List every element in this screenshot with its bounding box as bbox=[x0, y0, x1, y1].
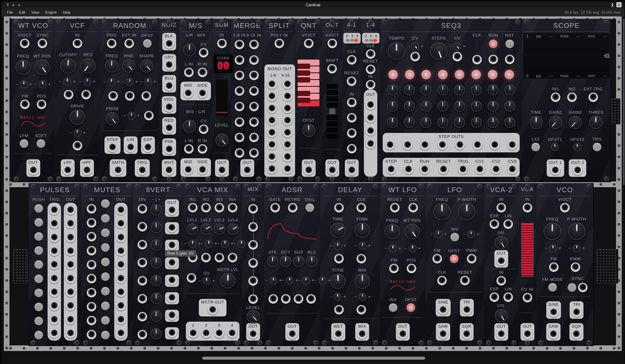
trim-knob[interactable] bbox=[108, 78, 115, 86]
step-button[interactable] bbox=[488, 70, 497, 79]
cv-jack[interactable] bbox=[410, 52, 420, 61]
freq-knob[interactable] bbox=[385, 224, 400, 239]
push-button[interactable] bbox=[34, 289, 43, 297]
out-jack[interactable] bbox=[366, 126, 375, 136]
lvl2-knob[interactable] bbox=[200, 224, 212, 235]
shape-knob[interactable] bbox=[140, 59, 153, 72]
in-jack[interactable] bbox=[217, 39, 227, 48]
jack[interactable] bbox=[138, 276, 147, 285]
jack[interactable] bbox=[138, 258, 147, 267]
x-jack[interactable] bbox=[73, 141, 82, 150]
out-jack[interactable] bbox=[29, 166, 38, 175]
x-jack[interactable] bbox=[64, 90, 73, 99]
mono-out-jack[interactable] bbox=[267, 152, 277, 162]
x-knob[interactable] bbox=[247, 310, 260, 323]
in2-jack[interactable] bbox=[567, 92, 577, 102]
fm-mode-button[interactable] bbox=[548, 283, 557, 292]
exp-jack[interactable] bbox=[490, 292, 499, 302]
lpf-jack[interactable] bbox=[63, 166, 72, 175]
output-jack[interactable] bbox=[458, 165, 468, 174]
out-jack[interactable] bbox=[366, 100, 375, 110]
trim-knob[interactable] bbox=[573, 143, 581, 151]
jack[interactable] bbox=[116, 260, 126, 270]
gain-knob[interactable] bbox=[151, 310, 162, 322]
trim-knob[interactable] bbox=[334, 293, 342, 301]
ofst-button[interactable] bbox=[406, 303, 415, 312]
step-knob[interactable] bbox=[438, 117, 448, 128]
x-jack[interactable] bbox=[187, 273, 196, 283]
in-jack[interactable] bbox=[497, 276, 506, 285]
vertical-scrollbar[interactable] bbox=[623, 19, 625, 185]
output-jack[interactable] bbox=[475, 165, 485, 174]
x-jack[interactable] bbox=[334, 254, 344, 263]
fm-jack[interactable] bbox=[20, 100, 30, 109]
gain-knob[interactable] bbox=[151, 257, 162, 268]
out-jack[interactable] bbox=[287, 329, 297, 339]
freq-knob[interactable] bbox=[16, 60, 31, 75]
jack[interactable] bbox=[66, 260, 75, 270]
jack[interactable] bbox=[116, 315, 126, 324]
menu-edit[interactable]: Edit bbox=[16, 10, 28, 15]
gain-knob[interactable] bbox=[151, 293, 162, 304]
trim-knob[interactable] bbox=[144, 78, 152, 86]
wht-jack[interactable] bbox=[164, 166, 174, 175]
trig-button[interactable] bbox=[306, 203, 314, 212]
x-jack[interactable] bbox=[81, 90, 91, 99]
step-knob[interactable] bbox=[471, 84, 482, 95]
module-vco[interactable]: VCOV/OCTFREQP WIDTH−+−+FMPWMFM MODESYNCS… bbox=[536, 183, 594, 346]
pwm-jack[interactable] bbox=[467, 254, 476, 263]
in-jack[interactable] bbox=[347, 98, 357, 107]
jack[interactable] bbox=[66, 315, 75, 324]
horizontal-scrollbar[interactable] bbox=[202, 357, 425, 360]
jack[interactable] bbox=[50, 260, 59, 270]
module-vca2[interactable]: VCA-2INEXPLINLVLOUTINEXPLINLVLOUT bbox=[484, 183, 518, 346]
trigger-marker[interactable]: T bbox=[604, 54, 609, 58]
module-wtlfo[interactable]: WT LFORESETCLKFREQWT POS−+−+FMPOSBasic.w… bbox=[380, 183, 425, 346]
clk-jack[interactable] bbox=[357, 203, 366, 212]
module-m41[interactable]: 4-1234CLKRESETINOUT bbox=[342, 19, 361, 182]
module-mutes[interactable]: MUTESINOUT bbox=[81, 183, 133, 346]
output-jack[interactable] bbox=[404, 165, 413, 174]
trim-knob[interactable] bbox=[189, 240, 196, 248]
x-jack[interactable] bbox=[268, 294, 278, 304]
x-knob[interactable] bbox=[183, 43, 196, 56]
x-knob[interactable] bbox=[216, 134, 228, 146]
step-button[interactable] bbox=[388, 70, 398, 79]
mix-jack[interactable] bbox=[357, 329, 367, 339]
push-button[interactable] bbox=[101, 316, 110, 325]
jack[interactable] bbox=[116, 205, 126, 215]
step-out-jack[interactable] bbox=[490, 140, 500, 150]
in1-jack[interactable] bbox=[188, 203, 197, 212]
gain-knob[interactable] bbox=[151, 204, 162, 215]
out-jack[interactable] bbox=[497, 329, 506, 339]
wt-pos-knob[interactable] bbox=[405, 224, 420, 239]
out-jack[interactable] bbox=[243, 166, 252, 175]
out-jack[interactable] bbox=[248, 329, 258, 339]
step-out-jack[interactable] bbox=[438, 140, 447, 150]
v-oct-jack[interactable] bbox=[304, 39, 313, 48]
menu-help[interactable]: Help bbox=[60, 10, 73, 15]
pos-jack[interactable] bbox=[37, 100, 46, 109]
jack[interactable] bbox=[235, 55, 244, 65]
output-jack[interactable] bbox=[188, 329, 198, 338]
step-button[interactable] bbox=[471, 70, 481, 79]
cv-jack[interactable] bbox=[199, 48, 208, 57]
tempo-knob[interactable] bbox=[388, 42, 405, 60]
run-jack[interactable] bbox=[489, 55, 498, 64]
x-jack[interactable] bbox=[167, 276, 177, 285]
x-jack[interactable] bbox=[167, 328, 177, 338]
jack[interactable] bbox=[50, 205, 59, 215]
trim-knob[interactable] bbox=[39, 81, 47, 88]
mono-out-jack[interactable] bbox=[283, 116, 292, 125]
v-oct-jack[interactable] bbox=[560, 203, 570, 212]
jack[interactable] bbox=[66, 233, 75, 242]
menu-file[interactable]: File bbox=[4, 10, 16, 15]
red-jack[interactable] bbox=[164, 123, 174, 133]
module-sum[interactable]: SUMINCHAN00LEVELOUT bbox=[213, 19, 231, 182]
pos-jack[interactable] bbox=[407, 264, 416, 273]
ofst-button[interactable] bbox=[143, 39, 152, 48]
module-oct[interactable]: OCTV/OCTSHIFTOUT bbox=[322, 19, 342, 182]
trim-knob[interactable] bbox=[411, 42, 419, 50]
jack[interactable] bbox=[235, 102, 244, 111]
trim-knob[interactable] bbox=[286, 277, 294, 284]
